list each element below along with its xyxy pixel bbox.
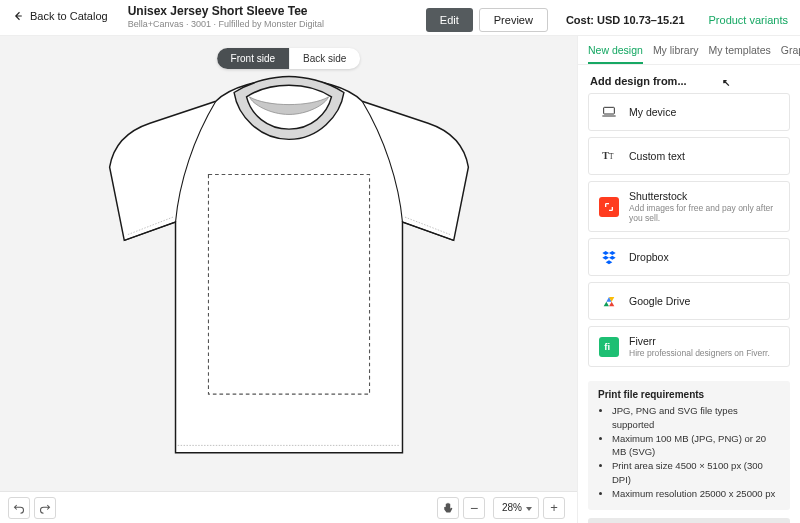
shutterstock-icon — [599, 197, 619, 217]
edit-button[interactable]: Edit — [426, 8, 473, 32]
tab-my-library[interactable]: My library — [653, 44, 699, 64]
requirement-item: Maximum 100 MB (JPG, PNG) or 20 MB (SVG) — [612, 432, 780, 460]
mockup-side-switch: Front side Back side — [217, 48, 361, 69]
fiverr-icon: fi — [599, 337, 619, 357]
tab-front-side[interactable]: Front side — [217, 48, 289, 69]
print-requirements-box: Print file requirements JPG, PNG and SVG… — [588, 381, 790, 510]
save-row: Save product — [578, 510, 800, 523]
canvas-column: Front side Back side — [0, 36, 578, 523]
preview-button[interactable]: Preview — [479, 8, 548, 32]
back-button[interactable]: Back to Catalog — [12, 10, 108, 22]
hand-icon — [442, 502, 454, 514]
requirement-item: JPG, PNG and SVG file types supported — [612, 404, 780, 432]
svg-text:T: T — [609, 152, 614, 161]
undo-button[interactable] — [8, 497, 30, 519]
undo-icon — [13, 502, 25, 514]
tab-back-side[interactable]: Back side — [289, 48, 360, 69]
zoom-level-select[interactable]: 28% — [493, 497, 539, 519]
option-my-device[interactable]: My device — [588, 93, 790, 131]
page-title: Unisex Jersey Short Sleeve Tee — [128, 4, 324, 18]
product-variants-link[interactable]: Product variants — [709, 14, 788, 26]
requirement-item: Maximum resolution 25000 x 25000 px — [612, 487, 780, 501]
side-tabs: New design My library My templates Graph… — [578, 36, 800, 65]
svg-text:fi: fi — [604, 342, 610, 352]
option-google-drive[interactable]: Google Drive — [588, 282, 790, 320]
side-panel: New design My library My templates Graph… — [578, 36, 800, 523]
title-block: Unisex Jersey Short Sleeve Tee Bella+Can… — [128, 4, 324, 29]
cost-label: Cost: USD 10.73–15.21 — [566, 14, 685, 26]
add-design-from-label: Add design from... ↖ — [578, 65, 800, 93]
svg-rect-0 — [604, 107, 615, 114]
zoom-in-button[interactable]: + — [543, 497, 565, 519]
tab-graphics[interactable]: Graphics — [781, 44, 800, 64]
main: Front side Back side — [0, 36, 800, 523]
page-subtitle: Bella+Canvas · 3001 · Fulfilled by Monst… — [128, 19, 324, 29]
dropbox-icon — [599, 247, 619, 267]
minus-icon: − — [470, 501, 478, 515]
redo-button[interactable] — [34, 497, 56, 519]
canvas-area[interactable]: Front side Back side — [0, 36, 577, 491]
svg-text:T: T — [602, 150, 609, 161]
google-drive-icon — [599, 291, 619, 311]
top-bar: Back to Catalog Unisex Jersey Short Slee… — [0, 0, 800, 36]
laptop-icon — [599, 102, 619, 122]
canvas-toolbar: − 28% + — [0, 491, 577, 523]
tshirt-svg — [79, 72, 499, 482]
cursor-icon: ↖ — [722, 77, 730, 88]
tab-my-templates[interactable]: My templates — [708, 44, 770, 64]
tab-new-design[interactable]: New design — [588, 44, 643, 64]
option-shutterstock[interactable]: Shutterstock Add images for free and pay… — [588, 181, 790, 232]
zoom-out-button[interactable]: − — [463, 497, 485, 519]
design-source-list: My device TT Custom text Shutterstock Ad… — [578, 93, 800, 373]
save-product-button[interactable]: Save product — [588, 518, 790, 523]
requirements-title: Print file requirements — [598, 389, 780, 400]
option-custom-text[interactable]: TT Custom text — [588, 137, 790, 175]
back-label: Back to Catalog — [30, 10, 108, 22]
redo-icon — [39, 502, 51, 514]
text-icon: TT — [599, 146, 619, 166]
pan-button[interactable] — [437, 497, 459, 519]
requirement-item: Print area size 4500 × 5100 px (300 DPI) — [612, 459, 780, 487]
option-fiverr[interactable]: fi Fiverr Hire professional designers on… — [588, 326, 790, 367]
arrow-left-icon — [12, 10, 24, 22]
tshirt-mockup — [79, 72, 499, 482]
plus-icon: + — [550, 501, 558, 514]
option-dropbox[interactable]: Dropbox — [588, 238, 790, 276]
